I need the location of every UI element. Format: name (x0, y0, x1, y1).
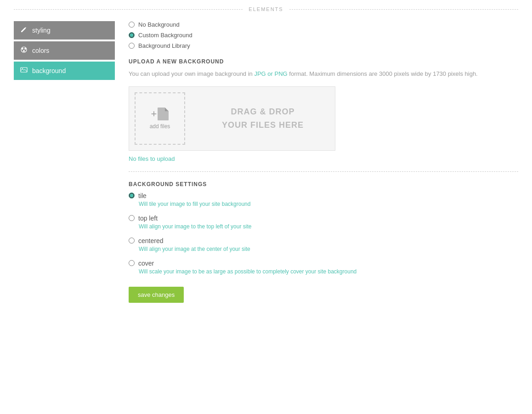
add-files-label: add files (150, 123, 170, 130)
centered-label: centered (138, 237, 163, 244)
top-left-label: top left (138, 215, 158, 222)
sidebar-item-styling-label: styling (32, 27, 51, 34)
svg-point-2 (23, 50, 25, 52)
section-divider (129, 171, 518, 172)
add-files-icon: + (151, 108, 169, 120)
sidebar-item-colors-label: colors (32, 47, 49, 54)
background-type-group: No Background Custom Background Backgrou… (129, 21, 518, 49)
drag-drop-line1: DRAG & DROP (231, 105, 294, 119)
custom-background-label: Custom Background (138, 32, 192, 39)
sidebar: styling colors background (14, 21, 115, 303)
styling-icon (20, 26, 28, 35)
add-files-zone[interactable]: + add files (135, 92, 185, 145)
sidebar-item-styling[interactable]: styling (14, 21, 115, 40)
cover-option-row[interactable]: cover (129, 260, 518, 267)
tile-description: Will tile your image to fill your site b… (139, 201, 518, 207)
sidebar-item-colors[interactable]: colors (14, 41, 115, 60)
upload-heading: UPLOAD A NEW BACKGROUND (129, 58, 518, 65)
custom-background-option[interactable]: Custom Background (129, 32, 518, 39)
upload-desc-part2: format. Maximum dimensions are 3000 pixe… (288, 70, 478, 77)
no-background-label: No Background (138, 21, 180, 28)
cover-radio[interactable] (129, 260, 135, 266)
background-library-option[interactable]: Background Library (129, 42, 518, 49)
colors-icon (20, 46, 28, 55)
bg-option-top-left: top left Will align your image to the to… (129, 215, 518, 230)
background-icon (20, 66, 28, 75)
background-settings-section: BACKGROUND SETTINGS tile Will tile your … (129, 181, 518, 303)
upload-description: You can upload your own image background… (129, 69, 518, 79)
bg-option-cover: cover Will scale your image to be as lar… (129, 260, 518, 275)
drag-drop-line2: YOUR FILES HERE (222, 119, 304, 132)
plus-icon: + (151, 109, 157, 119)
upload-desc-highlight: JPG or PNG (254, 70, 287, 77)
save-changes-button[interactable]: save changes (129, 287, 184, 303)
upload-section: UPLOAD A NEW BACKGROUND You can upload y… (129, 58, 518, 162)
centered-description: Will align your image at the center of y… (139, 246, 518, 252)
file-icon (158, 108, 169, 120)
tile-label: tile (138, 192, 147, 199)
sidebar-item-background-label: background (32, 67, 66, 74)
custom-background-radio[interactable] (129, 32, 135, 38)
svg-point-5 (22, 68, 23, 69)
no-files-text: No files to upload (129, 155, 518, 162)
drag-drop-zone: DRAG & DROP YOUR FILES HERE (191, 87, 335, 150)
cover-description: Will scale your image to be as large as … (139, 268, 518, 275)
main-content: No Background Custom Background Backgrou… (124, 21, 518, 303)
bg-settings-heading: BACKGROUND SETTINGS (129, 181, 518, 187)
upload-desc-part1: You can upload your own image background… (129, 70, 254, 77)
top-left-radio[interactable] (129, 215, 135, 221)
sidebar-item-background[interactable]: background (14, 62, 115, 80)
bg-option-tile: tile Will tile your image to fill your s… (129, 192, 518, 207)
bg-option-centered: centered Will align your image at the ce… (129, 237, 518, 252)
dropzone[interactable]: + add files DRAG & DROP YOUR FILES HERE (129, 86, 335, 151)
cover-label: cover (138, 260, 154, 267)
top-left-option-row[interactable]: top left (129, 215, 518, 222)
tile-radio[interactable] (129, 193, 135, 198)
background-library-label: Background Library (138, 42, 190, 49)
top-left-description: Will align your image to the top left of… (139, 223, 518, 230)
elements-header-label: ELEMENTS (243, 6, 289, 12)
tile-option-row[interactable]: tile (129, 192, 518, 199)
background-library-radio[interactable] (129, 43, 135, 49)
centered-radio[interactable] (129, 238, 135, 244)
centered-option-row[interactable]: centered (129, 237, 518, 244)
no-background-option[interactable]: No Background (129, 21, 518, 28)
no-background-radio[interactable] (129, 22, 135, 28)
